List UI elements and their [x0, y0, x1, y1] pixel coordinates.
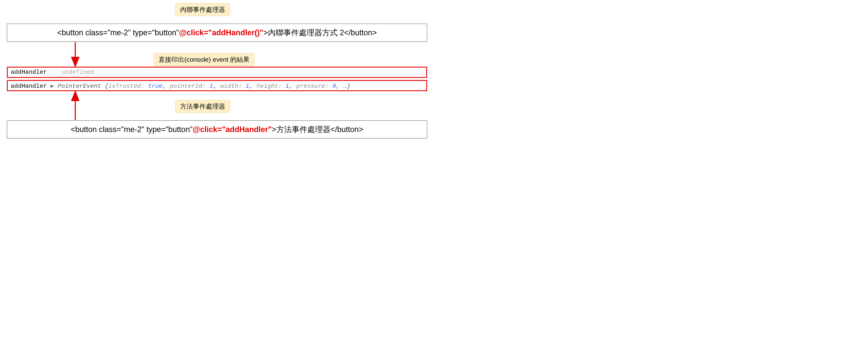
console2-val-isTrusted: true	[148, 83, 163, 90]
console2-prop-width: width:	[220, 83, 246, 90]
console2-prop-pressure: pressure:	[297, 83, 333, 90]
console2-prop-pointerId: pointerId:	[170, 83, 210, 90]
console-output-2: addHandler ▶ PointerEvent {isTrusted: tr…	[7, 80, 427, 91]
console1-name: addHandler	[11, 69, 47, 75]
code-post-2: >方法事件處理器</button>	[272, 125, 363, 134]
console2-ellipsis: …	[343, 83, 347, 90]
console1-value: undefined	[61, 69, 94, 75]
code-snippet-inline: <button class="me-2" type="button" @clic…	[7, 24, 427, 42]
diagram-canvas: 內聯事件處理器 <button class="me-2" type="butto…	[0, 0, 434, 178]
expand-triangle-icon: ▶	[51, 83, 58, 90]
console2-val-pointerId: 1	[210, 83, 213, 90]
console2-class: PointerEvent	[58, 83, 105, 90]
console2-val-height: 1	[285, 83, 289, 90]
code-snippet-method: <button class="me-2" type="button" @clic…	[7, 121, 427, 138]
badge-method-handler: 方法事件處理器	[175, 100, 230, 113]
console2-name: addHandler	[11, 83, 47, 90]
code-pre-2: <button class="me-2" type="button"	[71, 125, 192, 134]
badge-inline-handler: 內聯事件處理器	[175, 3, 230, 16]
console2-prop-height: height:	[256, 83, 285, 90]
code-post-1: >內聯事件處理器方式 2</button>	[264, 28, 377, 37]
console2-val-width: 1	[246, 83, 249, 90]
console-output-1: addHandler undefined	[7, 67, 427, 78]
code-highlight-2: @click="addHandler"	[192, 125, 272, 134]
console2-prop-isTrusted: isTrusted:	[108, 83, 148, 90]
badge-console-result: 直接印出(console) event 的結果	[154, 53, 254, 66]
code-pre-1: <button class="me-2" type="button"	[57, 28, 179, 37]
console2-val-pressure: 0	[333, 83, 336, 90]
code-highlight-1: @click="addHandler()"	[179, 28, 263, 37]
